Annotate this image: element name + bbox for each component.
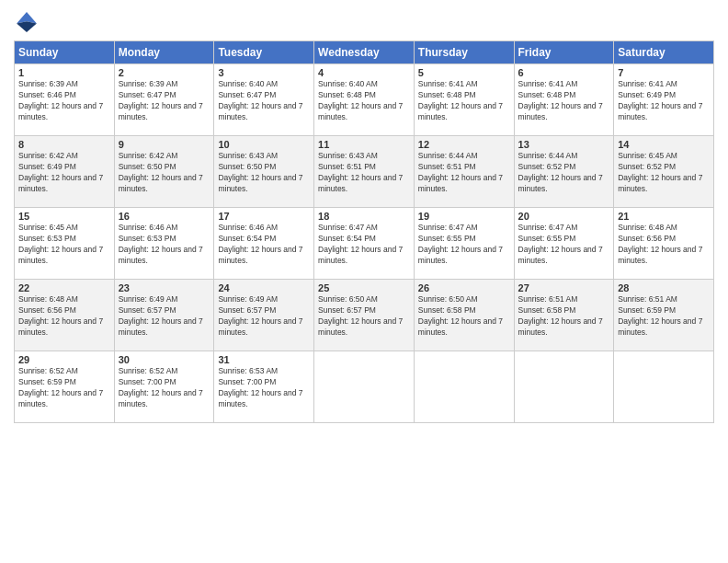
day-info: Sunrise: 6:40 AMSunset: 6:47 PMDaylight:… <box>218 79 310 123</box>
day-number: 24 <box>218 282 310 293</box>
calendar-cell: 4 Sunrise: 6:40 AMSunset: 6:48 PMDayligh… <box>314 64 415 136</box>
day-number: 21 <box>618 211 710 222</box>
calendar-cell: 5 Sunrise: 6:41 AMSunset: 6:48 PMDayligh… <box>414 64 514 136</box>
day-number: 6 <box>518 67 610 78</box>
day-info: Sunrise: 6:48 AMSunset: 6:56 PMDaylight:… <box>618 223 710 267</box>
day-number: 3 <box>218 67 310 78</box>
day-info: Sunrise: 6:41 AMSunset: 6:49 PMDaylight:… <box>618 79 710 123</box>
day-number: 15 <box>18 211 110 222</box>
day-number: 28 <box>618 282 710 293</box>
calendar-cell: 19 Sunrise: 6:47 AMSunset: 6:55 PMDaylig… <box>414 208 514 280</box>
header-day: Saturday <box>614 41 714 64</box>
logo-icon <box>14 9 40 35</box>
calendar-cell: 12 Sunrise: 6:44 AMSunset: 6:51 PMDaylig… <box>414 136 514 208</box>
calendar-cell <box>514 351 614 423</box>
day-number: 30 <box>119 354 210 365</box>
day-number: 8 <box>18 139 110 150</box>
calendar-cell: 10 Sunrise: 6:43 AMSunset: 6:50 PMDaylig… <box>214 136 314 208</box>
day-info: Sunrise: 6:53 AMSunset: 7:00 PMDaylight:… <box>218 366 310 410</box>
day-number: 25 <box>318 282 410 293</box>
day-number: 23 <box>119 282 210 293</box>
calendar-cell: 31 Sunrise: 6:53 AMSunset: 7:00 PMDaylig… <box>214 351 314 423</box>
day-info: Sunrise: 6:50 AMSunset: 6:58 PMDaylight:… <box>418 294 510 339</box>
calendar-week: 15 Sunrise: 6:45 AMSunset: 6:53 PMDaylig… <box>15 208 714 280</box>
page: SundayMondayTuesdayWednesdayThursdayFrid… <box>0 0 728 563</box>
header-day: Tuesday <box>214 41 314 64</box>
day-info: Sunrise: 6:46 AMSunset: 6:54 PMDaylight:… <box>218 223 310 267</box>
calendar-week: 22 Sunrise: 6:48 AMSunset: 6:56 PMDaylig… <box>15 280 714 351</box>
calendar-cell: 23 Sunrise: 6:49 AMSunset: 6:57 PMDaylig… <box>114 280 214 351</box>
day-info: Sunrise: 6:41 AMSunset: 6:48 PMDaylight:… <box>518 79 610 123</box>
day-number: 19 <box>418 211 510 222</box>
day-number: 29 <box>18 354 110 365</box>
day-number: 22 <box>18 282 110 293</box>
header-day: Monday <box>114 41 214 64</box>
svg-marker-1 <box>17 21 37 32</box>
calendar-week: 8 Sunrise: 6:42 AMSunset: 6:49 PMDayligh… <box>15 136 714 208</box>
day-number: 1 <box>18 67 110 78</box>
calendar-cell: 25 Sunrise: 6:50 AMSunset: 6:57 PMDaylig… <box>314 280 415 351</box>
day-number: 12 <box>418 139 510 150</box>
calendar-cell: 30 Sunrise: 6:52 AMSunset: 7:00 PMDaylig… <box>114 351 214 423</box>
calendar-week: 1 Sunrise: 6:39 AMSunset: 6:46 PMDayligh… <box>15 64 714 136</box>
day-info: Sunrise: 6:43 AMSunset: 6:51 PMDaylight:… <box>318 151 410 195</box>
day-number: 20 <box>518 211 610 222</box>
day-info: Sunrise: 6:43 AMSunset: 6:50 PMDaylight:… <box>218 151 310 195</box>
calendar-cell <box>314 351 415 423</box>
day-info: Sunrise: 6:42 AMSunset: 6:49 PMDaylight:… <box>18 151 110 195</box>
day-info: Sunrise: 6:40 AMSunset: 6:48 PMDaylight:… <box>318 79 410 123</box>
day-info: Sunrise: 6:45 AMSunset: 6:53 PMDaylight:… <box>18 223 110 267</box>
calendar-cell: 1 Sunrise: 6:39 AMSunset: 6:46 PMDayligh… <box>15 64 115 136</box>
day-number: 14 <box>618 139 710 150</box>
header-day: Friday <box>514 41 614 64</box>
calendar-cell: 24 Sunrise: 6:49 AMSunset: 6:57 PMDaylig… <box>214 280 314 351</box>
calendar-cell <box>414 351 514 423</box>
calendar-cell: 14 Sunrise: 6:45 AMSunset: 6:52 PMDaylig… <box>614 136 714 208</box>
day-info: Sunrise: 6:49 AMSunset: 6:57 PMDaylight:… <box>119 294 210 339</box>
day-info: Sunrise: 6:48 AMSunset: 6:56 PMDaylight:… <box>18 294 110 339</box>
header-day: Sunday <box>15 41 115 64</box>
calendar-cell: 21 Sunrise: 6:48 AMSunset: 6:56 PMDaylig… <box>614 208 714 280</box>
day-number: 16 <box>119 211 210 222</box>
day-info: Sunrise: 6:47 AMSunset: 6:55 PMDaylight:… <box>418 223 510 267</box>
calendar-cell: 27 Sunrise: 6:51 AMSunset: 6:58 PMDaylig… <box>514 280 614 351</box>
calendar-cell: 17 Sunrise: 6:46 AMSunset: 6:54 PMDaylig… <box>214 208 314 280</box>
day-number: 5 <box>418 67 510 78</box>
day-number: 17 <box>218 211 310 222</box>
calendar-week: 29 Sunrise: 6:52 AMSunset: 6:59 PMDaylig… <box>15 351 714 423</box>
calendar-cell: 22 Sunrise: 6:48 AMSunset: 6:56 PMDaylig… <box>15 280 115 351</box>
calendar-cell: 15 Sunrise: 6:45 AMSunset: 6:53 PMDaylig… <box>15 208 115 280</box>
calendar-cell: 6 Sunrise: 6:41 AMSunset: 6:48 PMDayligh… <box>514 64 614 136</box>
day-number: 13 <box>518 139 610 150</box>
day-info: Sunrise: 6:44 AMSunset: 6:51 PMDaylight:… <box>418 151 510 195</box>
day-info: Sunrise: 6:39 AMSunset: 6:46 PMDaylight:… <box>18 79 110 123</box>
calendar-cell: 9 Sunrise: 6:42 AMSunset: 6:50 PMDayligh… <box>114 136 214 208</box>
day-number: 7 <box>618 67 710 78</box>
day-number: 11 <box>318 139 410 150</box>
day-number: 18 <box>318 211 410 222</box>
day-info: Sunrise: 6:46 AMSunset: 6:53 PMDaylight:… <box>119 223 210 267</box>
logo <box>14 9 43 35</box>
calendar-cell: 8 Sunrise: 6:42 AMSunset: 6:49 PMDayligh… <box>15 136 115 208</box>
day-info: Sunrise: 6:44 AMSunset: 6:52 PMDaylight:… <box>518 151 610 195</box>
calendar-cell: 18 Sunrise: 6:47 AMSunset: 6:54 PMDaylig… <box>314 208 415 280</box>
calendar-cell: 2 Sunrise: 6:39 AMSunset: 6:47 PMDayligh… <box>114 64 214 136</box>
day-info: Sunrise: 6:47 AMSunset: 6:54 PMDaylight:… <box>318 223 410 267</box>
day-info: Sunrise: 6:42 AMSunset: 6:50 PMDaylight:… <box>119 151 210 195</box>
day-info: Sunrise: 6:52 AMSunset: 7:00 PMDaylight:… <box>119 366 210 410</box>
calendar-cell: 13 Sunrise: 6:44 AMSunset: 6:52 PMDaylig… <box>514 136 614 208</box>
day-info: Sunrise: 6:51 AMSunset: 6:58 PMDaylight:… <box>518 294 610 339</box>
calendar-cell: 20 Sunrise: 6:47 AMSunset: 6:55 PMDaylig… <box>514 208 614 280</box>
day-info: Sunrise: 6:52 AMSunset: 6:59 PMDaylight:… <box>18 366 110 410</box>
day-number: 9 <box>119 139 210 150</box>
header-row: SundayMondayTuesdayWednesdayThursdayFrid… <box>15 41 714 64</box>
day-info: Sunrise: 6:39 AMSunset: 6:47 PMDaylight:… <box>119 79 210 123</box>
day-number: 31 <box>218 354 310 365</box>
day-info: Sunrise: 6:47 AMSunset: 6:55 PMDaylight:… <box>518 223 610 267</box>
calendar-cell: 7 Sunrise: 6:41 AMSunset: 6:49 PMDayligh… <box>614 64 714 136</box>
calendar-cell <box>614 351 714 423</box>
calendar-cell: 29 Sunrise: 6:52 AMSunset: 6:59 PMDaylig… <box>15 351 115 423</box>
day-number: 10 <box>218 139 310 150</box>
day-info: Sunrise: 6:41 AMSunset: 6:48 PMDaylight:… <box>418 79 510 123</box>
calendar-cell: 28 Sunrise: 6:51 AMSunset: 6:59 PMDaylig… <box>614 280 714 351</box>
